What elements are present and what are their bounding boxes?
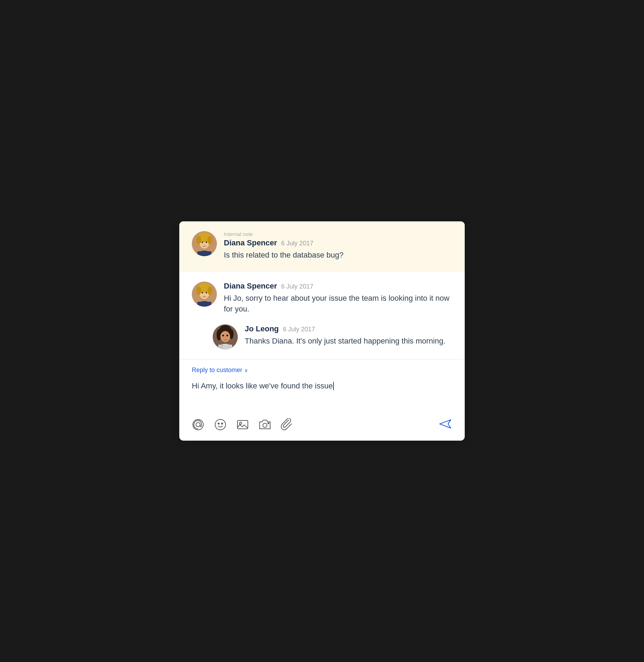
chevron-down-icon: ∨	[244, 368, 248, 373]
avatar	[192, 231, 217, 256]
svg-point-18	[206, 292, 207, 293]
message-meta: Jo Leong 6 July 2017	[245, 324, 452, 333]
svg-point-19	[204, 294, 205, 295]
svg-rect-39	[237, 420, 248, 429]
toolbar-icons	[192, 418, 438, 431]
svg-point-16	[207, 286, 212, 295]
svg-point-26	[220, 331, 230, 342]
reply-label-button[interactable]: Reply to customer ∨	[192, 367, 452, 374]
toolbar	[192, 411, 452, 441]
attachment-icon[interactable]	[281, 418, 293, 431]
image-icon[interactable]	[236, 418, 249, 431]
svg-point-5	[207, 236, 212, 244]
conversation-card: Internal note Diana Spencer 6 July 2017 …	[179, 221, 465, 441]
avatar	[213, 324, 238, 349]
internal-note-section: Internal note Diana Spencer 6 July 2017 …	[179, 221, 465, 272]
reply-label-text: Reply to customer	[192, 367, 242, 374]
note-label: Internal note	[224, 231, 452, 237]
camera-icon[interactable]	[259, 418, 271, 431]
svg-point-6	[202, 241, 203, 243]
note-sender: Diana Spencer	[224, 238, 277, 247]
internal-note-content: Internal note Diana Spencer 6 July 2017 …	[224, 231, 452, 261]
message-block: Jo Leong 6 July 2017 Thanks Diana. It's …	[213, 324, 452, 349]
svg-point-28	[227, 335, 228, 337]
svg-point-41	[263, 423, 267, 427]
svg-point-35	[196, 423, 200, 427]
mention-icon[interactable]	[192, 418, 204, 431]
svg-point-4	[196, 236, 201, 244]
svg-point-37	[218, 423, 219, 425]
message-date: 6 July 2017	[283, 326, 315, 333]
message-text: Hi Jo, sorry to hear about your issue th…	[224, 293, 452, 315]
reply-input-text: Hi Amy, it looks like we've found the is…	[192, 381, 333, 390]
svg-point-27	[222, 335, 224, 337]
message-content: Diana Spencer 6 July 2017 Hi Jo, sorry t…	[224, 282, 452, 315]
message-sender: Diana Spencer	[224, 282, 277, 291]
reply-input[interactable]: Hi Amy, it looks like we've found the is…	[192, 381, 452, 402]
svg-point-36	[215, 419, 226, 430]
svg-point-29	[225, 337, 226, 338]
svg-point-38	[221, 423, 223, 425]
note-date: 6 July 2017	[281, 240, 313, 247]
message-date: 6 July 2017	[281, 283, 313, 290]
message-block: Diana Spencer 6 July 2017 Hi Jo, sorry t…	[192, 282, 452, 315]
conversation-section: Diana Spencer 6 July 2017 Hi Jo, sorry t…	[179, 272, 465, 350]
reply-area: Reply to customer ∨ Hi Amy, it looks lik…	[179, 359, 465, 441]
emoji-icon[interactable]	[214, 418, 227, 431]
message-sender: Jo Leong	[245, 324, 279, 333]
message-content: Jo Leong 6 July 2017 Thanks Diana. It's …	[245, 324, 452, 347]
avatar	[192, 282, 217, 307]
svg-rect-10	[197, 251, 211, 256]
svg-point-15	[196, 286, 201, 295]
note-text: Is this related to the database bug?	[224, 250, 452, 261]
message-meta: Diana Spencer 6 July 2017	[224, 282, 452, 291]
svg-point-40	[239, 422, 242, 424]
send-button[interactable]	[438, 417, 452, 432]
svg-point-7	[206, 241, 207, 243]
svg-point-17	[202, 292, 203, 293]
svg-point-25	[229, 329, 234, 339]
svg-point-42	[268, 423, 269, 424]
svg-point-8	[204, 244, 205, 245]
note-meta: Diana Spencer 6 July 2017	[224, 238, 452, 247]
svg-marker-43	[440, 420, 451, 428]
text-cursor	[333, 382, 334, 390]
message-text: Thanks Diana. It's only just started hap…	[245, 336, 452, 347]
svg-rect-21	[197, 302, 211, 307]
